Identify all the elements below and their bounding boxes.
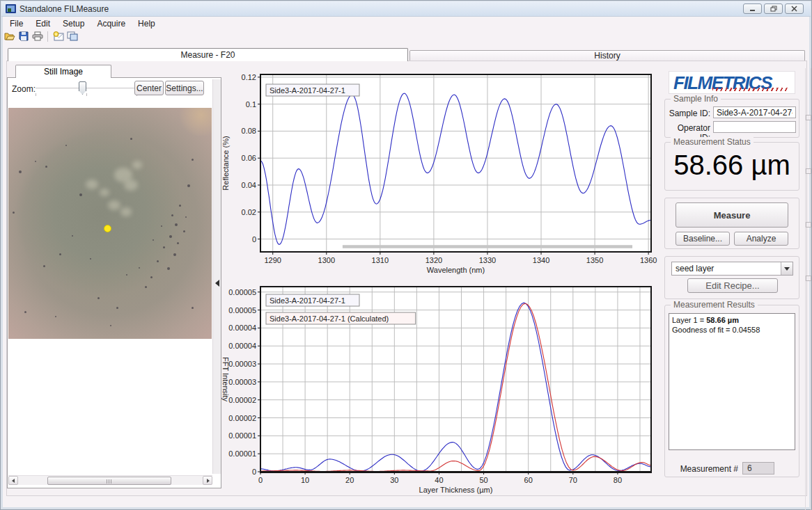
svg-text:Side3-A-2017-04-27-1 (Calculat: Side3-A-2017-04-27-1 (Calculated) [270,314,389,323]
image-speck [183,230,185,232]
svg-text:0.12: 0.12 [242,73,256,81]
image-speck [79,193,82,196]
chevron-down-icon[interactable] [781,262,793,275]
horizontal-scrollbar[interactable] [8,475,212,485]
window-title: Standalone FILMeasure [19,4,109,14]
svg-text:1310: 1310 [372,256,389,264]
scrollbar-thumb[interactable] [47,477,171,485]
image-speck [150,276,153,278]
camera-image[interactable] [8,108,212,339]
svg-text:0.00004: 0.00004 [228,342,256,350]
measurement-spot-marker [104,225,111,232]
measure-tab-page: Still Image Zoom: Center Settings... [6,61,807,496]
svg-text:1330: 1330 [479,256,496,264]
reflectance-chart[interactable]: 129013001310132013301340135013600.120.10… [220,67,660,280]
panel-splitter[interactable] [212,79,221,474]
analyze-button[interactable]: Analyze [734,232,788,246]
image-speck [72,235,73,237]
measure-button[interactable]: Measure [676,202,788,228]
svg-text:Side3-A-2017-04-27-1: Side3-A-2017-04-27-1 [270,296,345,305]
svg-text:Reflectance (%): Reflectance (%) [221,136,230,190]
svg-text:10: 10 [301,476,309,484]
tab-still-image[interactable]: Still Image [15,65,111,78]
svg-text:FFT Intensity: FFT Intensity [221,357,230,401]
svg-text:0.00005: 0.00005 [228,306,256,314]
fft-chart[interactable]: 010203040506070800.000050.000050.000040.… [217,281,660,495]
copy-screen-icon[interactable] [66,31,78,42]
menu-item-help[interactable]: Help [132,18,162,29]
image-speck [179,205,181,207]
right-panel-splitter[interactable] [805,68,811,510]
svg-text:60: 60 [524,476,533,484]
image-speck [161,225,162,227]
image-speck [97,297,100,299]
svg-text:0.00001: 0.00001 [228,449,256,458]
sample-id-input[interactable] [713,106,796,118]
print-icon[interactable] [31,31,43,42]
measurement-number-value: 6 [742,462,774,475]
menu-item-acquire[interactable]: Acquire [91,18,132,29]
svg-text:1360: 1360 [640,256,657,264]
close-button[interactable] [785,3,804,14]
minimize-button[interactable] [743,3,762,14]
svg-text:0.08: 0.08 [242,127,256,135]
image-speck [173,253,176,256]
svg-text:0: 0 [252,468,256,476]
splitter-grip[interactable] [806,222,811,228]
result-line: Goodness of fit = 0.04558 [672,325,792,335]
svg-text:Wavelength (nm): Wavelength (nm) [427,266,485,274]
svg-text:0.04: 0.04 [242,181,256,189]
svg-text:0: 0 [258,476,263,484]
image-speck [45,166,47,168]
svg-text:0.00003: 0.00003 [228,360,256,368]
svg-text:Side3-A-2017-04-27-1: Side3-A-2017-04-27-1 [270,86,345,95]
menu-item-file[interactable]: File [3,18,29,29]
image-speck [24,311,26,313]
image-speck [116,307,118,309]
minimize-icon [749,6,756,12]
save-icon[interactable] [17,31,29,42]
svg-text:1300: 1300 [318,256,335,264]
splitter-grip[interactable] [806,168,811,174]
image-speck [130,138,132,140]
svg-text:0.00002: 0.00002 [228,414,256,422]
menubar: FileEditSetupAcquireHelp [3,17,809,29]
svg-text:20: 20 [345,476,354,484]
acquire-spectrum-icon[interactable] [52,31,64,42]
center-button[interactable]: Center [134,81,164,95]
image-speck [90,258,91,260]
menu-item-setup[interactable]: Setup [56,18,91,29]
settings-button[interactable]: Settings... [165,81,204,95]
edit-recipe-button[interactable]: Edit Recipe... [687,278,778,293]
image-light-blob [132,161,142,168]
image-speck [126,274,127,276]
zoom-slider[interactable] [36,79,137,99]
image-speck [65,145,67,146]
splitter-grip[interactable] [806,115,811,120]
collapse-left-arrow-icon[interactable] [215,280,219,287]
svg-text:Layer Thickness (µm): Layer Thickness (µm) [419,486,493,494]
tab-measure-f20[interactable]: Measure - F20 [8,48,408,61]
restore-button[interactable] [764,3,783,14]
splitter-grip[interactable] [806,276,811,281]
scroll-left-arrow-icon[interactable] [8,476,18,485]
image-speck [169,235,172,238]
open-file-icon[interactable] [3,31,15,42]
zoom-slider-track[interactable] [36,88,137,89]
measurement-status-group: Measurement Status 58.66 µm [664,142,799,191]
recipe-select[interactable]: seed layer [671,262,793,276]
image-speck [157,260,159,262]
scroll-right-arrow-icon[interactable] [203,476,212,485]
restore-icon [770,6,777,12]
toolbar-separator [47,31,48,42]
image-light-blob [86,180,98,189]
menu-item-edit[interactable]: Edit [29,18,56,29]
logo-hatch-decoration [712,88,789,91]
image-speck [19,170,22,173]
results-list[interactable]: Layer 1 = 58.66 µm Goodness of fit = 0.0… [669,313,795,450]
svg-text:0.00003: 0.00003 [228,378,256,386]
operator-id-input[interactable] [713,121,796,133]
baseline-button[interactable]: Baseline... [676,232,730,246]
zoom-slider-thumb[interactable] [79,81,86,95]
tab-history[interactable]: History [409,50,805,61]
